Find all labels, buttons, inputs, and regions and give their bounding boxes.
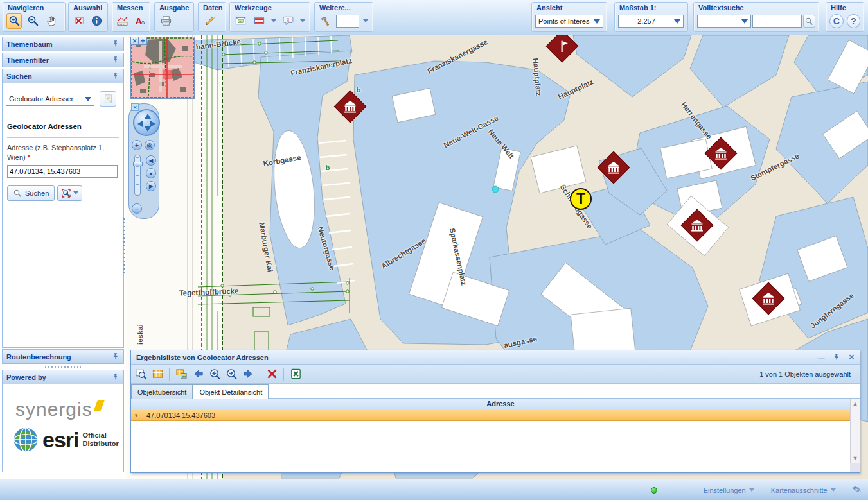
minimize-icon[interactable]: — [818, 354, 825, 361]
address-input[interactable] [7, 165, 118, 178]
search-icon [804, 17, 813, 26]
search-result-point[interactable] [492, 186, 499, 193]
help-button[interactable]: ? [847, 14, 861, 28]
full-extent-button[interactable]: ◎ [145, 140, 155, 150]
search-type-select[interactable]: Geolocator Adresser [6, 92, 94, 106]
zoom-slider-handle[interactable] [133, 162, 143, 166]
pan-compass[interactable] [133, 109, 160, 136]
pin-icon[interactable] [112, 56, 120, 64]
next-extent-button[interactable]: ▶ [146, 181, 156, 191]
print-button[interactable] [158, 13, 173, 29]
pin-icon[interactable] [112, 353, 120, 360]
scroll-up-icon[interactable]: ▲ [851, 399, 860, 408]
pen-icon[interactable]: ✎ [851, 483, 862, 497]
identify-button[interactable] [90, 13, 105, 29]
results-title-bar[interactable]: Ergebnisliste von Geolocator Adressen — … [131, 350, 860, 365]
view-select[interactable]: Points of Interes [535, 15, 603, 28]
zoom-next-object-button[interactable] [224, 367, 238, 381]
navwidget-close-button[interactable]: ✕ [131, 103, 139, 111]
overview-map[interactable]: ✕ ✛ [130, 37, 195, 99]
language-button[interactable] [252, 13, 267, 29]
overview-move-button[interactable]: ✛ [139, 37, 147, 45]
einstellungen-menu[interactable]: Einstellungen [704, 487, 754, 494]
column-header-adresse[interactable]: Adresse [141, 399, 860, 409]
pin-icon[interactable] [112, 40, 120, 47]
zoom-in-slider-button[interactable]: + [132, 140, 142, 150]
previous-extent-button[interactable]: ◀ [146, 155, 156, 166]
clear-selection-button[interactable] [72, 13, 87, 29]
default-extent-button[interactable]: ● [146, 168, 156, 178]
taxi-marker[interactable]: T [570, 188, 592, 210]
tab-objektuebersicht[interactable]: Objektübersicht [131, 384, 193, 399]
map-tip-button[interactable] [281, 13, 296, 29]
zoom-out-slider-button[interactable]: − [132, 203, 142, 214]
edit-data-button[interactable] [202, 13, 217, 29]
remove-result-button[interactable] [265, 367, 279, 381]
sidebar-item-themenfilter[interactable]: Themenfilter [2, 53, 124, 67]
annotate-text-button[interactable]: A [133, 13, 147, 29]
connection-status-icon [651, 487, 657, 494]
panel-header-label: Routenberechnung [6, 353, 71, 361]
search-options-button[interactable] [57, 185, 82, 201]
scale-combobox[interactable]: 2.257 [618, 15, 684, 28]
table-and-map-button[interactable] [174, 367, 188, 381]
first-object-button[interactable] [191, 367, 205, 381]
copy-result-button[interactable] [100, 91, 116, 107]
sidebar-item-suchen[interactable]: Suchen [2, 69, 124, 83]
group-ausgabe: Ausgabe [154, 2, 194, 32]
measure-button[interactable] [116, 13, 130, 29]
panel-header-label: Suchen [6, 73, 32, 80]
sidebar-item-themenbaum[interactable]: Themenbaum [2, 37, 124, 51]
zoom-previous-object-button[interactable] [208, 367, 222, 381]
tab-objekt-detailansicht[interactable]: Objekt Detailansicht [193, 384, 269, 399]
show-table-button[interactable] [150, 367, 164, 381]
fulltext-search-input[interactable] [752, 15, 802, 28]
panel-drag-handle[interactable] [45, 366, 81, 368]
zoom-out-button[interactable] [25, 13, 40, 29]
weitere-select[interactable] [336, 15, 359, 28]
address-label-text: Adresse (z.B. Stephansplatz 1, Wien) [7, 144, 104, 161]
table-scrollbar[interactable]: ▲ ▼ [850, 399, 860, 463]
status-bar: Einstellungen Kartenausschnitte ✎ [0, 479, 868, 500]
pan-west-icon[interactable] [137, 121, 143, 127]
temple-icon [603, 157, 624, 178]
zoom-in-button[interactable] [6, 13, 22, 29]
kartenausschnitte-menu[interactable]: Kartenausschnitte [771, 487, 836, 494]
tab-label: Objektübersicht [137, 388, 186, 396]
weitere-dropdown-button[interactable] [362, 14, 369, 28]
search-button-label: Suchen [25, 189, 49, 197]
close-icon[interactable]: ✕ [849, 353, 855, 361]
temple-icon [339, 96, 361, 117]
copyright-button[interactable]: C [829, 14, 844, 28]
pan-south-icon[interactable] [145, 126, 151, 132]
pan-east-icon[interactable] [150, 121, 155, 127]
pan-button[interactable] [44, 13, 59, 29]
fulltext-category-select[interactable] [697, 15, 751, 28]
zoom-slider[interactable] [134, 155, 141, 196]
send-map-button[interactable] [233, 13, 249, 29]
fulltext-search-button[interactable] [803, 15, 815, 28]
pin-icon[interactable] [833, 354, 840, 361]
map-tip-dropdown-button[interactable] [299, 14, 306, 28]
language-dropdown-button[interactable] [270, 14, 278, 28]
sidebar-resize-handle[interactable] [123, 218, 125, 276]
sidebar-item-routenberechnung[interactable]: Routenberechnung [2, 349, 124, 364]
chevron-down-icon [749, 488, 754, 492]
last-object-button[interactable] [241, 367, 255, 381]
pin-icon[interactable] [112, 374, 120, 381]
group-werkzeuge: Werkzeuge [229, 2, 310, 32]
pin-icon[interactable] [112, 73, 120, 80]
export-excel-button[interactable] [288, 367, 303, 381]
row-expander-icon[interactable]: ▾ [131, 412, 141, 418]
overview-image [131, 37, 194, 98]
group-label: Daten [199, 3, 226, 12]
search-submit-button[interactable]: Suchen [7, 185, 55, 201]
overview-close-button[interactable]: ✕ [130, 37, 139, 45]
scroll-down-icon[interactable]: ▼ [851, 453, 860, 463]
zoom-to-selection-button[interactable] [134, 367, 148, 381]
pan-north-icon[interactable] [145, 114, 151, 119]
tools-button[interactable] [318, 13, 333, 29]
group-messen: Messen A [112, 2, 150, 32]
table-row[interactable]: ▾ 47.070134 15.437603 [131, 409, 851, 421]
sidebar-item-powered-by[interactable]: Powered by [2, 370, 124, 384]
